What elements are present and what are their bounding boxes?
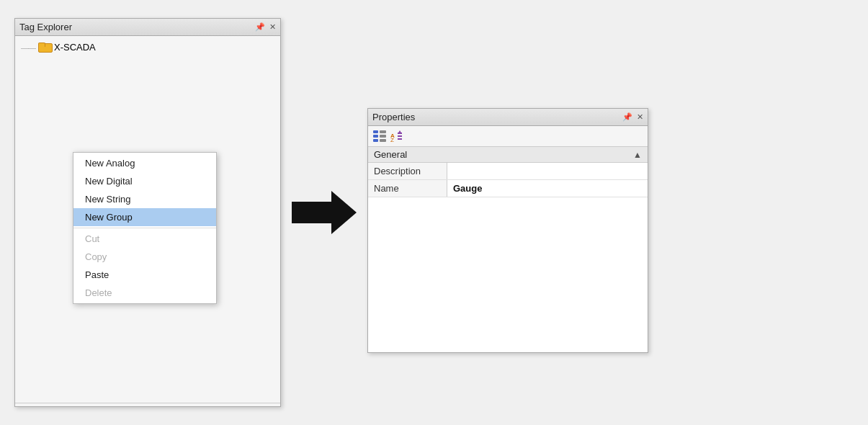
- arrow-container: [281, 191, 367, 234]
- properties-header-left: Properties: [372, 112, 415, 122]
- context-menu-separator-1: [73, 228, 216, 228]
- categorize-icon[interactable]: [372, 129, 387, 143]
- direction-arrow: [292, 191, 357, 234]
- tag-explorer-header-icons: 📌 ✕: [255, 22, 276, 32]
- properties-title: Properties: [372, 112, 415, 122]
- svg-rect-4: [380, 135, 386, 138]
- svg-text:Z: Z: [390, 137, 394, 142]
- prop-value-name[interactable]: Gauge: [447, 180, 648, 197]
- properties-header: Properties 📌 ✕: [368, 109, 648, 126]
- tree-root-item[interactable]: —— X-SCADA: [18, 40, 277, 54]
- sort-icon[interactable]: A Z: [390, 129, 404, 143]
- tree-expand-dots: ——: [21, 43, 35, 52]
- properties-section-general: General ▲: [368, 147, 648, 163]
- properties-pin-icon[interactable]: 📌: [622, 112, 632, 122]
- tag-explorer-header: Tag Explorer 📌 ✕: [15, 19, 280, 36]
- pin-icon[interactable]: 📌: [255, 22, 265, 32]
- explorer-divider: [15, 403, 280, 403]
- menu-item-new-analog[interactable]: New Analog: [73, 154, 216, 172]
- prop-label-description: Description: [368, 163, 447, 179]
- properties-panel: Properties 📌 ✕ A Z: [367, 108, 648, 353]
- section-collapse-icon[interactable]: ▲: [633, 150, 642, 160]
- menu-item-new-string[interactable]: New String: [73, 190, 216, 208]
- tag-explorer-panel: Tag Explorer 📌 ✕ —— X-SCADA New Analog N…: [14, 18, 281, 407]
- svg-rect-1: [373, 130, 378, 133]
- properties-toolbar: A Z: [368, 126, 648, 147]
- menu-item-new-group[interactable]: New Group: [73, 208, 216, 226]
- tag-explorer-title: Tag Explorer: [19, 22, 72, 32]
- properties-close-icon[interactable]: ✕: [637, 112, 643, 122]
- svg-rect-6: [380, 139, 386, 142]
- menu-item-cut: Cut: [73, 230, 216, 248]
- menu-item-delete: Delete: [73, 284, 216, 302]
- svg-rect-2: [380, 130, 386, 133]
- prop-label-name: Name: [368, 180, 447, 197]
- close-icon[interactable]: ✕: [269, 22, 276, 32]
- svg-rect-3: [373, 135, 378, 138]
- menu-item-paste[interactable]: Paste: [73, 266, 216, 284]
- tree-root-label: X-SCADA: [54, 42, 96, 53]
- menu-item-new-digital[interactable]: New Digital: [73, 172, 216, 190]
- prop-value-description[interactable]: [447, 163, 648, 179]
- tag-explorer-header-left: Tag Explorer: [19, 22, 72, 32]
- svg-marker-0: [292, 191, 357, 234]
- section-general-label: General: [374, 149, 407, 160]
- prop-row-description: Description: [368, 163, 648, 180]
- properties-grid: General ▲ Description Name Gauge: [368, 147, 648, 352]
- menu-item-copy: Copy: [73, 248, 216, 266]
- properties-header-icons: 📌 ✕: [622, 112, 643, 122]
- svg-marker-12: [398, 130, 402, 134]
- svg-rect-5: [373, 139, 378, 142]
- prop-row-name: Name Gauge: [368, 180, 648, 197]
- folder-icon: [38, 42, 51, 53]
- context-menu: New Analog New Digital New String New Gr…: [73, 152, 217, 304]
